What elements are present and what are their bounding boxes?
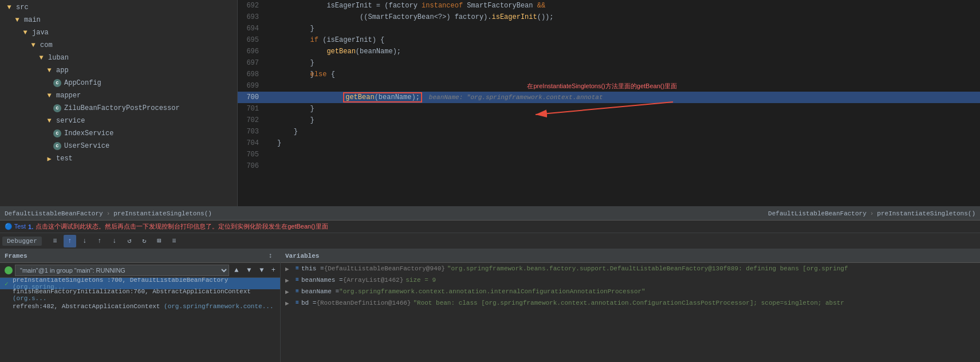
- line-num-697: 697: [238, 57, 263, 69]
- java-file-icon: c: [53, 141, 62, 151]
- line-content-703: }: [275, 126, 980, 137]
- code-line-693: 693 ((SmartFactoryBean<?>) factory).isEa…: [238, 11, 980, 23]
- thread-nav-down[interactable]: ▼: [244, 265, 254, 276]
- line-content-700: getBean(beanName);beanName: "org.springf…: [275, 92, 980, 103]
- tree-item-java[interactable]: ▼ java: [0, 26, 237, 39]
- main-container: ▼ src ▼ main ▼ java ▼ com ▼ luban: [0, 0, 980, 362]
- status-arrow: ›: [107, 210, 111, 217]
- debug-btn-menu[interactable]: ≡: [49, 235, 61, 247]
- line-num-706: 706: [238, 160, 263, 172]
- debug-btn-step-out[interactable]: ↻: [138, 235, 151, 247]
- folder-icon: ▼: [13, 15, 22, 25]
- code-line-705: 705: [238, 149, 980, 160]
- var-eq-icon4: ≡: [296, 300, 299, 306]
- tree-item-test[interactable]: ▶ test: [0, 152, 237, 165]
- debug-btn-resume[interactable]: ↑: [64, 235, 76, 247]
- code-line-706: 706: [238, 160, 980, 172]
- tree-item-zilubeanfactory[interactable]: c ZiluBeanFactoryPostProcessor: [0, 102, 237, 115]
- code-editor: 692 isEagerInit = (factory instanceof Sm…: [238, 0, 980, 206]
- debug-btn-settings[interactable]: ≡: [168, 235, 180, 247]
- tree-item-userservice[interactable]: c UserService: [0, 140, 237, 152]
- tree-item-luban[interactable]: ▼ luban: [0, 52, 237, 64]
- var-eq-icon3: ≡: [296, 288, 299, 294]
- var-item-this[interactable]: ▶ ≡ this = {DefaultListableBeanFactory@9…: [281, 264, 980, 276]
- thread-selector: "main"@1 in group "main": RUNNING ▲ ▼ ▼ …: [0, 263, 280, 278]
- tree-label-zilubeanfactory: ZiluBeanFactoryPostProcessor: [64, 104, 180, 112]
- frame-check-3: ✓: [5, 303, 13, 310]
- debugger-toolbar: Debugger ≡ ↑ ↓ ↑ ↓ ↺ ↻ ⊞ ≡: [0, 233, 980, 249]
- line-num-703: 703: [238, 126, 263, 137]
- tree-label-java: java: [32, 29, 49, 37]
- debug-btn-stop[interactable]: ↑: [93, 235, 106, 247]
- folder-icon: ▼: [29, 41, 38, 50]
- tree-item-src[interactable]: ▼ src: [0, 1, 237, 14]
- code-line-696: 696 getBean(beanName);: [238, 46, 980, 57]
- folder-icon: ▼: [21, 28, 30, 37]
- add-frame-btn[interactable]: +: [271, 266, 275, 274]
- line-content-693: ((SmartFactoryBean<?>) factory).isEagerI…: [275, 11, 980, 23]
- frames-list: ✓ preInstantiateSingletons :700, Default…: [0, 278, 280, 362]
- status-bar: DefaultListableBeanFactory › preInstanti…: [0, 207, 980, 221]
- top-section: ▼ src ▼ main ▼ java ▼ com ▼ luban: [0, 0, 980, 206]
- line-content-701: }: [275, 103, 980, 115]
- line-num-696: 696: [238, 46, 263, 57]
- status-method: preInstantiateSingletons(): [113, 210, 212, 217]
- line-num-700: 700: [238, 92, 263, 103]
- step-number: 1.: [28, 223, 33, 230]
- line-content-697: }: [275, 57, 980, 69]
- frame-item-2[interactable]: ✓ finishBeanFactoryInitialization:760, A…: [0, 289, 280, 301]
- frame-item-1[interactable]: ✓ preInstantiateSingletons :700, Default…: [0, 278, 280, 289]
- java-file-icon: c: [53, 78, 62, 88]
- bottom-panel: DefaultListableBeanFactory › preInstanti…: [0, 206, 980, 362]
- thread-nav-up[interactable]: ▲: [231, 265, 242, 276]
- tree-label-app: app: [56, 66, 69, 74]
- line-content-696: getBean(beanName);: [275, 46, 980, 57]
- tree-item-app[interactable]: ▼ app: [0, 64, 237, 77]
- thread-dropdown[interactable]: "main"@1 in group "main": RUNNING: [15, 265, 229, 276]
- annotation-text: 在preInstantiateSingletons()方法里面的getBean(…: [527, 82, 677, 89]
- debug-btn-step-into[interactable]: ↺: [123, 235, 136, 247]
- var-eq-icon2: ≡: [296, 277, 299, 283]
- line-num-695: 695: [238, 34, 263, 46]
- panels-row: Frames ↕ "main"@1 in group "main": RUNNI…: [0, 249, 980, 362]
- tree-label-indexservice: IndexService: [64, 129, 113, 137]
- code-line-694: 694 }: [238, 23, 980, 34]
- code-line-695: 695 if (isEagerInit) {: [238, 34, 980, 46]
- tree-label-mapper: mapper: [56, 92, 81, 100]
- tree-item-mapper[interactable]: ▼ mapper: [0, 89, 237, 102]
- line-num-702: 702: [238, 115, 263, 126]
- line-num-704: 704: [238, 137, 263, 149]
- tree-label-appconfig: AppConfig: [64, 79, 101, 87]
- step-text: 点击这个调试到此状态。然后再点击一下发现控制台打印信息了。定位到实例化阶段发生在…: [36, 222, 328, 231]
- frame-check-2: ✓: [5, 292, 13, 299]
- folder-icon: ▼: [37, 53, 46, 62]
- line-num-694: 694: [238, 23, 263, 34]
- line-num-701: 701: [238, 103, 263, 115]
- line-num-705: 705: [238, 149, 263, 160]
- var-expand-bd: ▶: [285, 300, 292, 307]
- frame-check-1: ✓: [5, 280, 13, 288]
- var-item-beanname[interactable]: ▶ ≡ beanName = "org.springframework.cont…: [281, 287, 980, 298]
- frame-item-3[interactable]: ✓ refresh:482, AbstractApplicationContex…: [0, 301, 280, 312]
- tree-item-indexservice[interactable]: c IndexService: [0, 127, 237, 140]
- line-content-695: if (isEagerInit) {: [275, 34, 980, 46]
- debug-btn-pause[interactable]: ↓: [78, 235, 91, 247]
- tree-item-appconfig[interactable]: c AppConfig: [0, 77, 237, 89]
- tree-label-service: service: [56, 117, 85, 125]
- var-item-bd[interactable]: ▶ ≡ bd = {RootBeanDefinition@1466} "Root…: [281, 298, 980, 310]
- var-item-beannames[interactable]: ▶ ≡ beanNames = {ArrayList@1462} size = …: [281, 276, 980, 287]
- thread-filter[interactable]: ▼: [257, 265, 267, 276]
- folder-icon: ▼: [45, 66, 54, 75]
- debugger-label: Debugger: [2, 237, 42, 246]
- tree-item-com[interactable]: ▼ com: [0, 39, 237, 52]
- debug-btn-step-over[interactable]: ↓: [108, 235, 121, 247]
- folder-icon: ▶: [45, 154, 54, 163]
- frames-expand-btn[interactable]: ↕: [265, 251, 275, 261]
- folder-icon: ▼: [45, 116, 54, 125]
- tree-item-service[interactable]: ▼ service: [0, 115, 237, 127]
- tree-label-userservice: UserService: [64, 142, 109, 150]
- tree-label-main: main: [24, 16, 41, 24]
- debug-btn-frames[interactable]: ⊞: [153, 235, 166, 247]
- line-num-699: 699: [238, 80, 263, 92]
- tree-item-main[interactable]: ▼ main: [0, 14, 237, 26]
